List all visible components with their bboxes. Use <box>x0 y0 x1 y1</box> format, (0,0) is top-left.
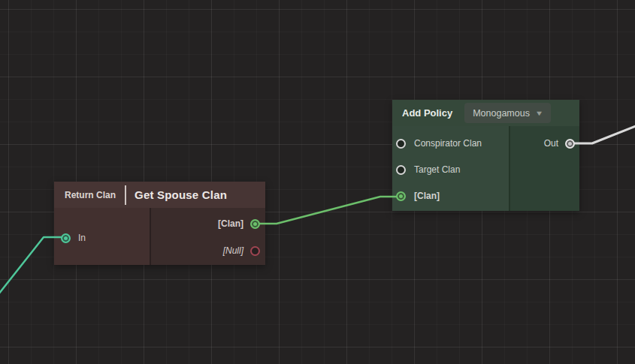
port-label: [Clan] <box>414 191 440 201</box>
wire-clan-to-clan[interactable] <box>255 197 401 224</box>
node-add-policy[interactable]: Add Policy Monogamous ▼ Conspirator Clan… <box>392 100 579 211</box>
output-port-null[interactable] <box>250 246 260 256</box>
input-port-target-clan[interactable] <box>396 165 406 175</box>
output-port-clan[interactable] <box>250 219 260 229</box>
port-label: [Clan] <box>218 218 243 229</box>
output-port-out[interactable] <box>565 139 575 149</box>
policy-dropdown-value: Monogamous <box>473 108 530 119</box>
node-graph-canvas[interactable]: { "canvas": { "background": "#242222", "… <box>0 0 635 364</box>
inputs-section: In <box>54 208 151 265</box>
node-title: Get Spouse Clan <box>135 188 227 201</box>
port-label: In <box>78 233 86 243</box>
node-subtitle: Return Clan <box>65 190 116 200</box>
port-label: Conspirator Clan <box>414 138 482 149</box>
port-label: Out <box>544 138 558 149</box>
outputs-section: Out <box>510 126 579 211</box>
node-title: Add Policy <box>402 107 452 119</box>
policy-dropdown[interactable]: Monogamous ▼ <box>464 103 551 123</box>
input-port-in[interactable] <box>61 233 71 243</box>
inputs-section: Conspirator Clan Target Clan [Clan] <box>392 126 510 211</box>
port-label: [Null] <box>223 245 243 256</box>
chevron-down-icon: ▼ <box>535 110 544 117</box>
node-get-spouse-clan-header[interactable]: Return Clan Get Spouse Clan <box>54 182 265 208</box>
header-divider <box>125 185 126 205</box>
input-port-conspirator-clan[interactable] <box>396 139 406 149</box>
node-get-spouse-clan[interactable]: Return Clan Get Spouse Clan In [Clan] [N… <box>54 182 265 265</box>
outputs-section: [Clan] [Null] <box>151 208 265 265</box>
port-label: Target Clan <box>414 164 460 175</box>
node-add-policy-header[interactable]: Add Policy Monogamous ▼ <box>392 100 579 126</box>
input-port-clan[interactable] <box>396 191 406 201</box>
